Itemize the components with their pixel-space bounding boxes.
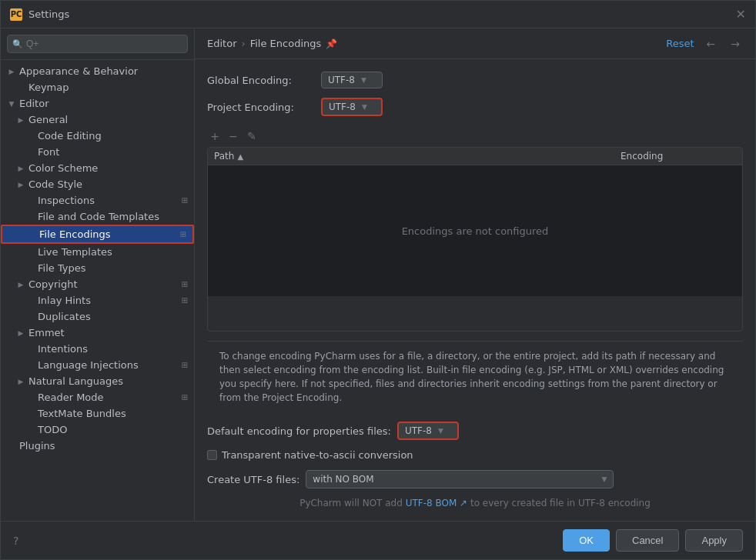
back-button[interactable]: ← [704,36,719,52]
sidebar-item-live-templates[interactable]: Live Templates [1,244,194,260]
encodings-section: + − ✎ Path ▲ Encoding [207,125,743,332]
sidebar-item-font[interactable]: Font [1,144,194,160]
right-panel: Editor › File Encodings 📌 Reset ← → Glob… [195,28,755,521]
sidebar-item-code-editing[interactable]: Code Editing [1,128,194,144]
sidebar-item-lang-injections[interactable]: Language Injections ⊞ [1,357,194,373]
sidebar: 🔍 ▶ Appearance & Behavior Keymap ▼ [1,28,195,521]
remove-button[interactable]: − [226,128,241,144]
sidebar-item-general[interactable]: ▶ General [1,112,194,128]
title-bar: PC Settings ✕ [1,1,755,28]
encodings-table: Path ▲ Encoding Encodings are not config… [207,147,743,332]
sort-icon: ▲ [237,152,243,161]
close-button[interactable]: ✕ [736,8,746,21]
project-encoding-dropdown[interactable]: UTF-8 ▼ [321,98,383,116]
sidebar-label-file-types: File Types [38,262,86,274]
table-header: Path ▲ Encoding [208,148,742,165]
default-encoding-row: Default encoding for properties files: U… [207,422,743,440]
app-icon: PC [10,8,22,21]
dialog-footer: ? OK Cancel Apply [1,521,755,559]
sidebar-label-duplicates: Duplicates [38,311,91,322]
sidebar-item-color-scheme[interactable]: ▶ Color Scheme [1,160,194,176]
breadcrumb-current: File Encodings [250,38,322,49]
sidebar-label-textmate: TextMate Bundles [38,408,126,419]
table-toolbar: + − ✎ [207,125,743,147]
sidebar-item-keymap[interactable]: Keymap [1,79,194,95]
sidebar-item-reader-mode[interactable]: Reader Mode ⊞ [1,389,194,405]
encoding-column-header[interactable]: Encoding [621,151,736,162]
apply-button[interactable]: Apply [685,529,743,552]
expand-icon-copyright: ▶ [16,281,25,288]
sidebar-item-inspections[interactable]: Inspections ⊞ [1,192,194,208]
sidebar-label-file-encodings: File Encodings [39,228,111,240]
table-empty-message: Encodings are not configured [402,225,549,237]
search-input[interactable] [7,35,188,53]
reset-button[interactable]: Reset [666,38,694,49]
main-content: 🔍 ▶ Appearance & Behavior Keymap ▼ [1,28,755,521]
sidebar-item-file-encodings[interactable]: File Encodings ⊞ [1,225,194,244]
create-utf8-row: Create UTF-8 files: with NO BOM ▼ [207,470,743,488]
ok-button[interactable]: OK [563,529,610,552]
project-encoding-row: Project Encoding: UTF-8 ▼ [207,98,743,116]
create-value: with NO BOM [313,474,373,485]
info-box: To change encoding PyCharm uses for a fi… [207,341,743,412]
project-encoding-label: Project Encoding: [207,102,315,113]
title-bar-left: PC Settings [10,8,69,21]
project-encoding-arrow: ▼ [362,103,367,111]
sidebar-item-inlay-hints[interactable]: Inlay Hints ⊞ [1,292,194,308]
path-column-label: Path [214,151,234,162]
sidebar-label-todo: TODO [38,424,67,435]
global-encoding-dropdown[interactable]: UTF-8 ▼ [321,72,383,88]
bom-highlight[interactable]: UTF-8 BOM ↗ [406,498,467,508]
sidebar-item-file-code-templates[interactable]: File and Code Templates [1,208,194,225]
add-button[interactable]: + [207,128,222,144]
sidebar-item-duplicates[interactable]: Duplicates [1,308,194,325]
file-encodings-icon: ⊞ [180,230,186,238]
breadcrumb: Editor › File Encodings 📌 [207,38,337,49]
sidebar-label-plugins: Plugins [19,440,55,452]
sidebar-tree: ▶ Appearance & Behavior Keymap ▼ Editor … [1,60,194,521]
search-box: 🔍 [1,28,194,60]
encoding-column-label: Encoding [621,151,663,162]
sidebar-label-font: Font [38,146,59,158]
bom-suffix: to every created file in UTF-8 encoding [470,498,651,508]
breadcrumb-parent: Editor [207,38,236,49]
sidebar-label-emmet: Emmet [28,327,65,338]
create-dropdown-arrow: ▼ [601,475,607,483]
forward-button[interactable]: → [728,36,743,52]
expand-icon-appearance: ▶ [7,68,16,75]
sidebar-item-textmate[interactable]: TextMate Bundles [1,405,194,422]
sidebar-label-appearance: Appearance & Behavior [19,65,138,77]
sidebar-item-todo[interactable]: TODO [1,422,194,438]
transparent-label: Transparent native-to-ascii conversion [222,449,413,461]
cancel-button[interactable]: Cancel [616,529,679,552]
help-button[interactable]: ? [13,535,18,547]
sidebar-item-emmet[interactable]: ▶ Emmet [1,325,194,341]
sidebar-label-fct: File and Code Templates [38,211,159,222]
sidebar-item-file-types[interactable]: File Types [1,260,194,276]
default-encoding-dropdown[interactable]: UTF-8 ▼ [397,422,459,440]
create-dropdown[interactable]: with NO BOM ▼ [306,470,614,488]
sidebar-item-appearance[interactable]: ▶ Appearance & Behavior [1,63,194,79]
path-column-header[interactable]: Path ▲ [214,151,621,162]
window-title: Settings [28,8,69,20]
panel-actions: Reset ← → [666,36,743,52]
expand-icon-emmet: ▶ [16,329,25,337]
sidebar-label-editor: Editor [19,98,49,109]
sidebar-item-editor[interactable]: ▼ Editor [1,95,194,112]
sidebar-label-lang-injections: Language Injections [38,359,139,371]
bom-prefix: PyCharm will NOT add [299,498,403,508]
search-icon: 🔍 [12,39,23,49]
inlay-hints-icon: ⊞ [182,296,188,305]
info-text: To change encoding PyCharm uses for a fi… [219,351,724,403]
lang-injections-icon: ⊞ [182,361,188,369]
sidebar-item-natural-langs[interactable]: ▶ Natural Languages [1,373,194,389]
sidebar-item-copyright[interactable]: ▶ Copyright ⊞ [1,276,194,292]
sidebar-item-intentions[interactable]: Intentions [1,341,194,357]
sidebar-item-code-style[interactable]: ▶ Code Style [1,176,194,192]
sidebar-item-plugins[interactable]: Plugins [1,438,194,454]
bom-note: PyCharm will NOT add UTF-8 BOM ↗ to ever… [207,498,743,508]
transparent-checkbox[interactable] [207,450,217,460]
transparent-row: Transparent native-to-ascii conversion [207,449,743,461]
table-body: Encodings are not configured [208,165,742,296]
edit-button[interactable]: ✎ [244,128,259,144]
